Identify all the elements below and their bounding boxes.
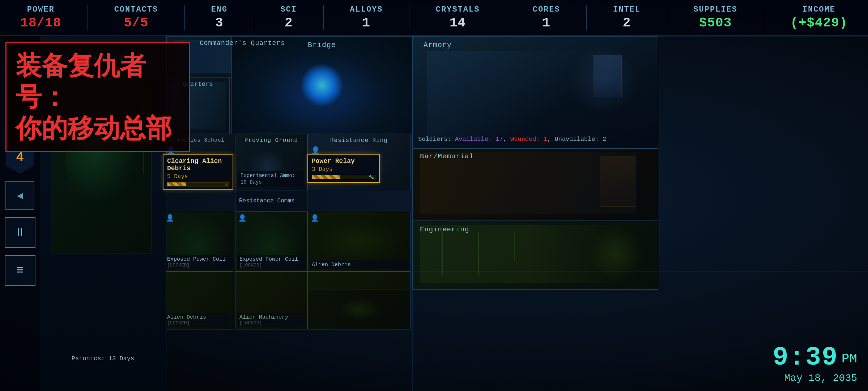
worker-icon-coil1: 👤 [166,214,174,222]
armory-room[interactable]: Armory Soldiers: Available: 17, Wounded:… [412,36,658,148]
alien-debris-1-title: Alien Debris [167,314,229,320]
soldiers-unavailable: Unavailable: 2 [555,136,607,143]
back-icon: ◀ [17,189,23,202]
cores-label: CORES [533,5,560,14]
coil2-title: Exposed Power Coil [239,256,303,262]
cores-value: 1 [542,16,550,30]
game-area: 装备复仇者号： 你的移动总部 4 ◀ ⏸ ≡ Research Psionics… [0,36,868,391]
coil2-info: Exposed Power Coil [LOCKED] [237,255,305,269]
income-value: (+$429) [790,16,847,30]
stat-power: POWER 18/18 [20,5,61,30]
supplies-label: SUPPLIES [693,5,737,14]
bar-memorial-label: Bar/Memorial [420,152,474,160]
contacts-label: CONTACTS [114,5,158,14]
resistance-comms-room[interactable]: 👤 Resistance Comms [235,190,307,212]
stat-sci: SCI 2 [280,5,297,30]
engineering-label: Engineering [420,226,469,234]
commanders-quarters-label: Commander's Quarters [200,39,285,47]
eng-value: 3 [215,16,224,30]
soldiers-info: Soldiers: Available: 17, Wounded: 1, Una… [418,136,606,143]
clearing-alien-debris-task[interactable]: 👤 Clearing Alien Debris 5 Days ⚠ [163,154,233,190]
power-relay-days: 3 Days [312,166,375,173]
promo-line1: 装备复仇者号： [16,50,180,113]
hud-divider-6 [506,5,506,30]
power-label: POWER [27,5,55,14]
worker-icon-comms: 👤 [238,190,246,190]
menu-icon: ≡ [16,263,24,278]
armory-label: Armory [424,41,452,49]
stat-intel: INTEL 2 [613,5,641,30]
coil1-locked: [LOCKED] [167,262,229,268]
intel-label: INTEL [613,5,641,14]
time-display: 9:39 PM May 18, 2035 [773,343,857,384]
exposed-power-coil-1-room[interactable]: 👤 Exposed Power Coil [LOCKED] [163,212,233,272]
alien-debris-2-title: Alien Debris [312,262,406,268]
worker-icon-alien2: 👤 [311,214,319,222]
promo-banner: 装备复仇者号： 你的移动总部 [5,42,190,152]
power-relay-title: Power Relay [312,157,375,165]
clearing-debris-days: 5 Days [167,173,229,180]
bridge-label: Bridge [308,41,336,49]
income-label: INCOME [803,5,835,14]
power-relay-task[interactable]: 👤 Power Relay 3 Days 🔧 [307,154,380,183]
crystals-label: CRYSTALS [436,5,480,14]
alien-debris-2-info: Alien Debris [310,260,408,269]
back-button[interactable]: ◀ [5,181,34,210]
proving-ground-room[interactable]: Proving Ground Experimental Ammo: 10 Day… [235,134,307,190]
soldiers-wounded-label: Wounded: [510,136,544,143]
resistance-ring-label: Resistance Ring [330,137,388,144]
psionics-label: Psionics: 13 Days [72,355,134,362]
coil1-title: Exposed Power Coil [167,256,229,262]
proving-ground-label: Proving Ground [244,137,298,144]
sci-label: SCI [280,5,297,14]
clearing-debris-title: Clearing Alien Debris [167,157,229,172]
hud-divider-3 [254,5,254,30]
power-relay-object[interactable] [307,290,410,329]
stat-income: INCOME (+$429) [790,5,847,30]
coil2-locked: [LOCKED] [239,262,303,268]
engineering-room[interactable]: Engineering [412,221,658,290]
stat-alloys: ALLOYS 1 [350,5,383,30]
alloys-value: 1 [362,16,371,30]
hud-divider-1 [88,5,88,30]
crystals-value: 14 [450,16,466,30]
debris-warning-icon: ⚠ [225,182,228,186]
menu-button[interactable]: ≡ [5,255,35,286]
worker-icon-relay: 👤 [311,146,320,155]
eng-label: ENG [211,5,228,14]
alien-machinery-1-locked: [LOCKED] [239,320,303,326]
relay-tools-icon: 🔧 [368,175,374,179]
alien-debris-1-room[interactable]: Alien Debris [LOCKED] [163,272,233,329]
alien-debris-2-room[interactable]: 👤 Alien Debris [307,212,410,272]
pause-icon: ⏸ [14,226,26,240]
bridge-room[interactable]: Bridge [231,36,412,134]
exposed-power-coil-2-room[interactable]: 👤 Exposed Power Coil [LOCKED] [235,212,307,272]
alloys-label: ALLOYS [350,5,383,14]
alien-debris-1-info: Alien Debris [LOCKED] [165,313,231,327]
proving-ground-task: Experimental Ammo: 10 Days [238,171,304,187]
worker-icon-coil2: 👤 [238,214,246,222]
promo-line2: 你的移动总部 [16,113,180,144]
soldiers-available-value: 17 [495,136,503,143]
hud-divider-2 [184,5,185,30]
hud-divider-5 [409,5,409,30]
alien-machinery-1-room[interactable]: Alien Machinery [LOCKED] [235,272,307,329]
power-relay-progress-fill [312,175,340,179]
supplies-value: $503 [699,16,732,30]
intel-value: 2 [623,16,631,30]
alien-machinery-1-title: Alien Machinery [239,314,303,320]
clock-date: May 18, 2035 [773,373,857,384]
soldiers-wounded-value: 1 [544,136,547,143]
vert-line-1 [412,36,413,391]
hud-divider-4 [323,5,324,30]
clock-ampm: PM [842,352,857,366]
sci-value: 2 [285,16,293,30]
stat-supplies: SUPPLIES $503 [693,5,737,30]
pause-button[interactable]: ⏸ [5,217,35,248]
power-relay-progress: 🔧 [312,175,375,179]
coil1-info: Exposed Power Coil [LOCKED] [165,255,231,269]
alien-debris-1-locked: [LOCKED] [167,320,229,326]
resistance-comms-label: Resistance Comms [239,198,295,204]
stat-crystals: CRYSTALS 14 [436,5,480,30]
alien-machinery-1-info: Alien Machinery [LOCKED] [237,313,305,327]
